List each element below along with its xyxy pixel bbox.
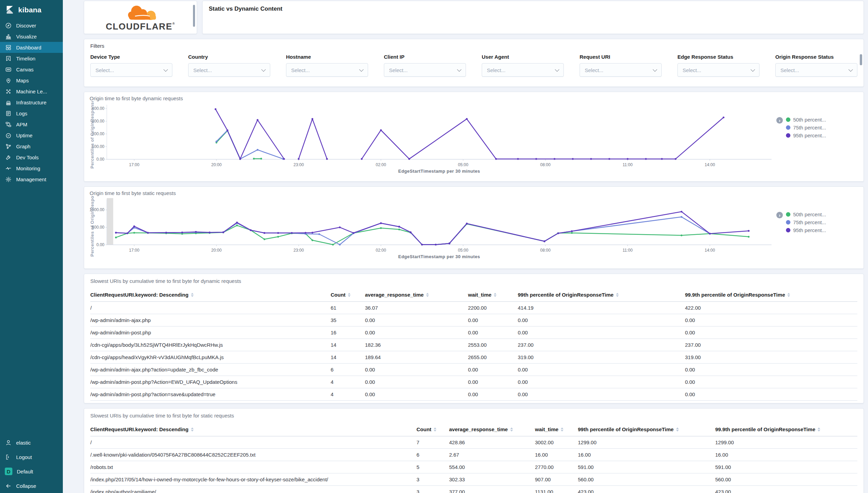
table-cell: 0.00: [468, 401, 518, 404]
hostname-select[interactable]: Select...: [286, 63, 368, 77]
sidebar-item-uptime[interactable]: Uptime: [0, 130, 63, 141]
sidebar-item-logout[interactable]: Logout: [0, 450, 63, 464]
column-header[interactable]: Count: [416, 423, 449, 436]
table-cell: /wp-admin/admin-post.php?action=...: [90, 401, 331, 404]
sidebar-item-graph[interactable]: Graph: [0, 141, 63, 152]
x-tick-label: 20:00: [211, 248, 221, 253]
scrollbar-thumb[interactable]: [860, 54, 862, 65]
table-cell: 0.00: [365, 376, 468, 388]
data-point: [195, 231, 197, 233]
sidebar-item-canvas[interactable]: Canvas: [0, 64, 63, 75]
column-header[interactable]: 99th percentile of OriginResponseTime: [518, 288, 685, 302]
sidebar-item-dashboard[interactable]: Dashboard: [0, 42, 63, 53]
origin-response-status-select[interactable]: Select...: [775, 63, 857, 77]
data-point: [681, 216, 682, 218]
chart-legend: 50th percent... 75th percent... 95th per…: [776, 101, 857, 175]
data-point: [661, 158, 663, 160]
table-cell: 0.00: [468, 376, 518, 388]
column-header[interactable]: ClientRequestURI.keyword: Descending: [90, 288, 331, 302]
data-point: [723, 116, 724, 118]
sort-icon: [676, 427, 679, 432]
table-cell: 0.00: [518, 364, 685, 376]
x-tick-label: 02:00: [376, 162, 386, 167]
dashboard-content: CLOUDFLARE® Static vs Dynamic Content Fi…: [63, 0, 868, 493]
data-point: [339, 244, 341, 245]
device-type-select[interactable]: Select...: [90, 63, 172, 77]
legend-item-95th[interactable]: 95th percent...: [786, 227, 826, 233]
sidebar-item-visualize[interactable]: Visualize: [0, 31, 63, 42]
data-point: [608, 158, 610, 160]
legend-dot-icon: [786, 228, 790, 232]
column-header[interactable]: average_response_time: [449, 423, 535, 436]
legend-item-50th[interactable]: 50th percent...: [786, 211, 826, 217]
column-header[interactable]: 99.9th percentile of OriginResponseTime: [715, 423, 857, 436]
table-row: /robots.txt5554.002770.00591.00591.00: [90, 461, 857, 473]
user-agent-select[interactable]: Select...: [482, 63, 564, 77]
sidebar-item-infrastructure[interactable]: Infrastructure: [0, 97, 63, 108]
table-cell: 3: [416, 486, 449, 493]
sidebar-item-dev-tools[interactable]: Dev Tools: [0, 152, 63, 163]
request-uri-select[interactable]: Select...: [580, 63, 662, 77]
sidebar-item-machine-learning[interactable]: Machine Le...: [0, 86, 63, 97]
table-cell: 6: [416, 449, 449, 461]
table-cell: 14: [331, 339, 365, 351]
legend-item-95th[interactable]: 95th percent...: [786, 133, 826, 138]
legend-item-75th[interactable]: 75th percent...: [786, 219, 826, 225]
sidebar-item-maps[interactable]: Maps: [0, 75, 63, 86]
data-point: [645, 158, 647, 160]
table-cell: 560.00: [715, 473, 857, 486]
legend-toggle-icon[interactable]: [776, 117, 783, 124]
legend-item-75th[interactable]: 75th percent...: [786, 125, 826, 130]
column-header[interactable]: Count: [331, 288, 365, 302]
cloudflare-logo: CLOUDFLARE®: [106, 4, 175, 31]
column-header[interactable]: average_response_time: [365, 288, 468, 302]
data-point: [133, 226, 135, 227]
scrollbar-thumb[interactable]: [193, 5, 195, 27]
legend-item-50th[interactable]: 50th percent...: [786, 117, 826, 123]
sidebar-item-apm[interactable]: APM: [0, 119, 63, 130]
filter-client-ip: Client IP Select...: [384, 54, 466, 77]
column-header[interactable]: 99th percentile of OriginResponseTime: [578, 423, 715, 436]
sidebar-item-discover[interactable]: Discover: [0, 20, 63, 31]
filters-panel-title: Filters: [90, 43, 857, 49]
table-cell: 319.00: [518, 351, 685, 364]
table-cell: 0.00: [685, 376, 857, 388]
table-cell: 4: [331, 388, 365, 401]
x-tick-label: 11:00: [623, 248, 632, 253]
data-point: [222, 231, 224, 233]
column-header[interactable]: 99.9th percentile of OriginResponseTime: [685, 288, 857, 302]
table-row: /cdn-cgi/apps/body/3Lh52SjWTQ4HRlErJykHq…: [90, 339, 857, 351]
column-header[interactable]: wait_time: [468, 288, 518, 302]
column-header[interactable]: wait_time: [535, 423, 578, 436]
cloudflare-cloud-icon: [120, 4, 161, 22]
chevron-down-icon: [653, 67, 657, 72]
client-ip-select[interactable]: Select...: [384, 63, 466, 77]
country-select[interactable]: Select...: [188, 63, 270, 77]
sidebar-item-timelion[interactable]: Timelion: [0, 53, 63, 64]
data-point: [590, 158, 592, 160]
table-cell: 0.00: [518, 326, 685, 339]
sidebar-item-user-elastic[interactable]: elastic: [0, 435, 63, 450]
dynamic-uris-table: ClientRequestURI.keyword: DescendingCoun…: [90, 288, 857, 403]
legend-toggle-icon[interactable]: [776, 212, 783, 218]
sidebar-item-space-default[interactable]: D Default: [0, 464, 63, 479]
data-point: [236, 225, 238, 226]
table-cell: 4: [331, 401, 365, 404]
sidebar-item-logs[interactable]: Logs: [0, 108, 63, 119]
kibana-logo[interactable]: kibana: [0, 0, 63, 20]
column-header[interactable]: ClientRequestURI.keyword: Descending: [90, 423, 416, 436]
table-title: Slowest URIs by cumulative time to first…: [90, 413, 857, 419]
data-point: [332, 244, 334, 245]
x-tick-label: 17:00: [129, 248, 139, 253]
table-cell: 2553.00: [468, 339, 518, 351]
wrench-icon: [5, 154, 12, 161]
table-cell: 16: [331, 326, 365, 339]
table-cell: 377.00: [449, 486, 535, 493]
sidebar-item-management[interactable]: Management: [0, 174, 63, 185]
data-point: [326, 158, 328, 160]
edge-response-status-select[interactable]: Select...: [677, 63, 760, 77]
x-tick-label: 14:00: [705, 248, 715, 253]
sidebar-item-monitoring[interactable]: Monitoring: [0, 163, 63, 174]
sidebar-item-collapse[interactable]: Collapse: [0, 479, 63, 493]
table-cell: 182.36: [365, 339, 468, 351]
